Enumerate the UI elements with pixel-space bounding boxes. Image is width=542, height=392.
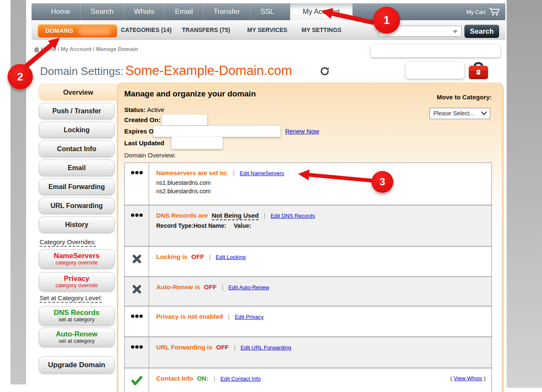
toolbox-icon[interactable] [467, 60, 490, 81]
window-edge-left [11, 0, 26, 384]
sidebar-item-email[interactable]: Email [39, 160, 115, 176]
override-subtitle: category override [39, 283, 114, 288]
row-status: ON: [197, 375, 209, 382]
sidebar-item-dns-records-category[interactable]: DNS Records set at category [39, 306, 115, 325]
nav-tab-my-account[interactable]: My Account [290, 3, 352, 20]
select-value: Please Select... [433, 110, 474, 117]
sidebar-item-nameservers-override[interactable]: NameServers category override [39, 249, 115, 269]
edit-dns-records-link[interactable]: Edit DNS Records [270, 213, 315, 219]
dropdown-arrow-icon[interactable] [453, 30, 458, 33]
breadcrumb[interactable]: Home / My Account / Manage Domain [41, 46, 138, 52]
separator: | [222, 284, 224, 291]
domain-overview-table: Nameservers are set to: | Edit NameServe… [124, 163, 492, 392]
row-title: Auto-Renew is [156, 283, 200, 291]
row-title: URL Forwarding is [156, 344, 212, 351]
domain-manager-screen: Home Search WhoIs Email Transfer SSL My … [0, 0, 542, 392]
row-title: DNS Records are [156, 212, 208, 219]
upgrade-domain-button[interactable]: Upgrade Domain [39, 356, 115, 373]
dots-icon [125, 307, 149, 336]
account-sub-navigation: DOMAINS CATEGORIES (14) TRANSFERS (75) M… [32, 20, 505, 40]
row-title: Locking is [156, 253, 187, 260]
home-icon [34, 47, 40, 52]
separator: | [228, 313, 230, 320]
nameserver-1: ns1.bluestardns.com [156, 179, 485, 187]
redacted-expires-date [153, 126, 280, 137]
separator: | [234, 344, 235, 351]
separator: | [264, 212, 266, 219]
expires-label: Expires On [124, 128, 158, 135]
nav-tab-transfer[interactable]: Transfer [203, 3, 250, 20]
x-icon [125, 247, 149, 276]
domain-search-combobox[interactable] [379, 26, 462, 37]
subnav-item-my-settings[interactable]: MY SETTINGS [302, 20, 342, 40]
nav-tabs: Home Search WhoIs Email Transfer SSL My … [41, 3, 352, 20]
page-title-prefix: Domain Settings: [40, 65, 123, 77]
move-to-category-label: Move to Category: [437, 93, 492, 101]
category-overrides-heading: Category Overrides: [40, 238, 96, 247]
sidebar-item-contact-info[interactable]: Contact Info [39, 141, 115, 157]
sidebar-item-history[interactable]: History [39, 216, 115, 233]
expires-line: Expires On [124, 128, 158, 135]
nav-tab-ssl[interactable]: SSL [250, 3, 284, 20]
status-label: Status: [124, 106, 146, 113]
check-icon [125, 368, 149, 392]
subnav-item-categories[interactable]: CATEGORIES (14) [121, 20, 171, 40]
sidebar-item-email-forwarding[interactable]: Email Forwarding [39, 179, 115, 195]
view-whois-link[interactable]: View Whois [454, 375, 482, 381]
override-subtitle: category override [39, 260, 114, 266]
refresh-icon[interactable] [320, 67, 329, 76]
sidebar-item-url-forwarding[interactable]: URL Forwarding [39, 197, 115, 214]
category-title: DNS Records [39, 309, 114, 317]
nav-tab-whois[interactable]: WhoIs [123, 3, 164, 20]
dots-icon [125, 163, 149, 205]
sidebar-item-overview[interactable]: Overview [39, 84, 117, 101]
sidebar-item-privacy-override[interactable]: Privacy category override [39, 272, 115, 291]
subnav-item-my-services[interactable]: MY SERVICES [247, 20, 287, 40]
paren-open: ( [450, 375, 452, 381]
sidebar-item-push-transfer[interactable]: Push / Transfer [39, 103, 115, 119]
search-button[interactable]: Search [465, 25, 499, 38]
category-title: Auto-Renew [39, 330, 114, 338]
redacted-box [371, 45, 500, 57]
nav-tab-email[interactable]: Email [164, 3, 203, 20]
row-status: OFF [216, 344, 229, 351]
updated-line: Last Updated [124, 139, 164, 147]
table-row-privacy: Privacy is not enabled | Edit Privacy [125, 306, 491, 336]
subnav-item-transfers[interactable]: TRANSFERS (75) [182, 20, 230, 40]
renew-now-link[interactable]: Renew Now [285, 128, 319, 135]
status-line: Status: Active [124, 106, 164, 113]
section-heading: Manage and organize your domain [124, 89, 256, 99]
sidebar-item-auto-renew-category[interactable]: Auto-Renew set at category [39, 328, 115, 347]
created-label: Created On: [124, 116, 160, 123]
redacted-updated-date [171, 137, 223, 149]
redacted-created-date [162, 115, 207, 125]
override-title: Privacy [39, 275, 114, 283]
table-row-url-forwarding: URL Forwarding is OFF | Edit URL Forward… [125, 336, 491, 368]
search-input[interactable] [379, 26, 451, 36]
updated-label: Last Updated [124, 139, 164, 147]
view-whois-wrap: ( View Whois ) [450, 375, 486, 381]
edit-nameservers-link[interactable]: Edit NameServers [240, 170, 284, 176]
top-navigation: Home Search WhoIs Email Transfer SSL My … [32, 3, 505, 20]
nav-tab-search[interactable]: Search [80, 3, 123, 20]
separator: | [233, 170, 235, 176]
move-to-category-select[interactable]: Please Select... [430, 108, 490, 119]
edit-contact-info-link[interactable]: Edit Contact Info [220, 376, 261, 382]
edit-locking-link[interactable]: Edit Locking [216, 254, 246, 260]
table-row-auto-renew: Auto-Renew is OFF | Edit Auto-Renew [125, 276, 491, 306]
domain-name: Some-Example-Domain.com [125, 63, 292, 78]
created-line: Created On: [124, 116, 160, 123]
table-row-contact-info: Contact Info ON: | Edit Contact Info ( V… [125, 368, 491, 392]
subnav-item-domains[interactable]: DOMAINS [38, 24, 117, 37]
my-cart-button[interactable]: My Cart [467, 3, 501, 20]
nav-tab-home[interactable]: Home [41, 3, 80, 20]
redacted-box [406, 62, 465, 79]
cart-icon [489, 8, 500, 16]
edit-url-forwarding-link[interactable]: Edit URL Forwarding [240, 344, 291, 351]
dots-icon [125, 205, 149, 246]
sidebar-item-locking[interactable]: Locking [39, 122, 115, 138]
category-subtitle: set at category [39, 317, 114, 323]
edit-privacy-link[interactable]: Edit Privacy [235, 314, 264, 320]
domain-overview-label: Domain Overview: [124, 152, 176, 159]
edit-auto-renew-link[interactable]: Edit Auto-Renew [228, 284, 269, 291]
